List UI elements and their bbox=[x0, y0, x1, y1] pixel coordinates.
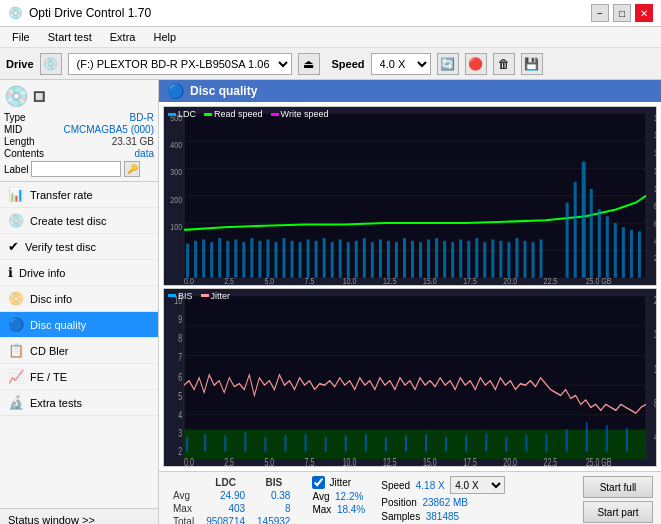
svg-rect-61 bbox=[630, 230, 633, 278]
svg-rect-39 bbox=[435, 238, 438, 278]
sidebar: 💿 🔲 Type BD-R MID CMCMAGBA5 (000) Length… bbox=[0, 80, 159, 524]
svg-text:300: 300 bbox=[170, 166, 182, 177]
disc-length-label: Length bbox=[4, 136, 35, 147]
svg-rect-35 bbox=[403, 238, 406, 278]
disc-label-button[interactable]: 🔑 bbox=[124, 161, 140, 177]
burn-button[interactable]: 🔴 bbox=[465, 53, 487, 75]
svg-rect-117 bbox=[586, 422, 588, 452]
svg-rect-52 bbox=[540, 239, 543, 277]
svg-rect-31 bbox=[371, 242, 374, 278]
sidebar-item-fe-te[interactable]: 📈 FE / TE bbox=[0, 364, 158, 390]
svg-text:8: 8 bbox=[178, 332, 182, 344]
svg-rect-109 bbox=[425, 433, 427, 451]
svg-rect-102 bbox=[284, 435, 286, 451]
erase-button[interactable]: 🗑 bbox=[493, 53, 515, 75]
speed-info-select[interactable]: 4.0 X bbox=[450, 476, 505, 494]
svg-rect-23 bbox=[307, 239, 310, 277]
svg-text:10.0: 10.0 bbox=[343, 457, 357, 466]
start-full-button[interactable]: Start full bbox=[583, 476, 653, 498]
svg-text:6: 6 bbox=[178, 371, 182, 383]
speed-select[interactable]: 4.0 X bbox=[371, 53, 431, 75]
svg-rect-100 bbox=[244, 432, 246, 451]
sidebar-bottom: Status window >> bbox=[0, 508, 158, 524]
svg-rect-108 bbox=[405, 435, 407, 451]
sidebar-item-verify-test-disc[interactable]: ✔ Verify test disc bbox=[0, 234, 158, 260]
svg-rect-111 bbox=[465, 435, 467, 451]
position-info-row: Position 23862 MB bbox=[381, 497, 505, 508]
menu-start-test[interactable]: Start test bbox=[40, 29, 100, 45]
svg-rect-37 bbox=[419, 242, 422, 278]
stats-total-label: Total bbox=[167, 515, 200, 524]
sidebar-item-disc-info[interactable]: 📀 Disc info bbox=[0, 286, 158, 312]
svg-rect-112 bbox=[485, 433, 487, 451]
sidebar-item-cd-bler[interactable]: 📋 CD Bler bbox=[0, 338, 158, 364]
status-window-label: Status window >> bbox=[8, 514, 95, 524]
transfer-rate-icon: 📊 bbox=[8, 187, 24, 202]
sidebar-item-label: Disc quality bbox=[30, 319, 86, 331]
drive-icon: 💿 bbox=[40, 53, 62, 75]
disc-label-input[interactable] bbox=[31, 161, 121, 177]
sidebar-item-drive-info[interactable]: ℹ Drive info bbox=[0, 260, 158, 286]
svg-rect-96 bbox=[184, 429, 646, 459]
sidebar-item-label: Extra tests bbox=[30, 397, 82, 409]
svg-rect-59 bbox=[614, 223, 617, 278]
svg-rect-8 bbox=[186, 244, 189, 278]
svg-rect-10 bbox=[202, 239, 205, 277]
refresh-button[interactable]: 🔄 bbox=[437, 53, 459, 75]
svg-rect-47 bbox=[499, 241, 502, 278]
svg-text:7: 7 bbox=[178, 352, 182, 364]
disc-quality-header: 🔵 Disc quality bbox=[159, 80, 661, 102]
svg-text:7.5: 7.5 bbox=[305, 457, 315, 466]
disc-contents-label: Contents bbox=[4, 148, 44, 159]
position-value: 23862 MB bbox=[422, 497, 468, 508]
chart2-container: BIS Jitter bbox=[163, 288, 657, 468]
svg-rect-24 bbox=[315, 241, 318, 278]
main-area: 💿 🔲 Type BD-R MID CMCMAGBA5 (000) Length… bbox=[0, 80, 661, 524]
svg-rect-97 bbox=[186, 436, 188, 451]
status-window-button[interactable]: Status window >> bbox=[0, 509, 158, 524]
drive-label: Drive bbox=[6, 58, 34, 70]
svg-rect-15 bbox=[242, 242, 245, 278]
create-test-disc-icon: 💿 bbox=[8, 213, 24, 228]
menu-help[interactable]: Help bbox=[145, 29, 184, 45]
svg-rect-29 bbox=[355, 241, 358, 278]
svg-text:2X: 2X bbox=[654, 252, 656, 263]
svg-text:2: 2 bbox=[178, 445, 182, 457]
eject-button[interactable]: ⏏ bbox=[298, 53, 320, 75]
svg-text:5: 5 bbox=[178, 390, 182, 402]
svg-rect-106 bbox=[365, 433, 367, 451]
minimize-button[interactable]: − bbox=[591, 4, 609, 22]
svg-rect-56 bbox=[590, 189, 593, 278]
maximize-button[interactable]: □ bbox=[613, 4, 631, 22]
sidebar-item-extra-tests[interactable]: 🔬 Extra tests bbox=[0, 390, 158, 416]
svg-rect-28 bbox=[347, 242, 350, 278]
start-part-button[interactable]: Start part bbox=[583, 501, 653, 523]
menu-extra[interactable]: Extra bbox=[102, 29, 144, 45]
sidebar-item-disc-quality[interactable]: 🔵 Disc quality bbox=[0, 312, 158, 338]
col-header-ldc: LDC bbox=[200, 476, 251, 489]
start-buttons: Start full Start part bbox=[583, 476, 653, 523]
svg-rect-46 bbox=[491, 239, 494, 277]
svg-text:3: 3 bbox=[178, 427, 182, 439]
save-button[interactable]: 💾 bbox=[521, 53, 543, 75]
sidebar-item-transfer-rate[interactable]: 📊 Transfer rate bbox=[0, 182, 158, 208]
samples-value: 381485 bbox=[426, 511, 459, 522]
menu-file[interactable]: File bbox=[4, 29, 38, 45]
jitter-checkbox[interactable] bbox=[312, 476, 325, 489]
disc-icon: 💿 bbox=[4, 84, 29, 108]
sidebar-item-create-test-disc[interactable]: 💿 Create test disc bbox=[0, 208, 158, 234]
close-button[interactable]: ✕ bbox=[635, 4, 653, 22]
write-speed-color bbox=[271, 113, 279, 116]
disc-type-label: Type bbox=[4, 112, 26, 123]
svg-rect-48 bbox=[507, 242, 510, 278]
disc-info-header: 💿 🔲 bbox=[4, 84, 154, 108]
cd-bler-icon: 📋 bbox=[8, 343, 24, 358]
legend-bis-label: BIS bbox=[178, 291, 193, 301]
drive-select[interactable]: (F:) PLEXTOR BD-R PX-LB950SA 1.06 bbox=[68, 53, 292, 75]
svg-text:4: 4 bbox=[178, 409, 182, 421]
menu-bar: File Start test Extra Help bbox=[0, 27, 661, 48]
legend-write-speed: Write speed bbox=[271, 109, 329, 119]
samples-info-row: Samples 381485 bbox=[381, 511, 505, 522]
svg-text:12.5: 12.5 bbox=[383, 275, 397, 284]
drive-info-icon: ℹ bbox=[8, 265, 13, 280]
